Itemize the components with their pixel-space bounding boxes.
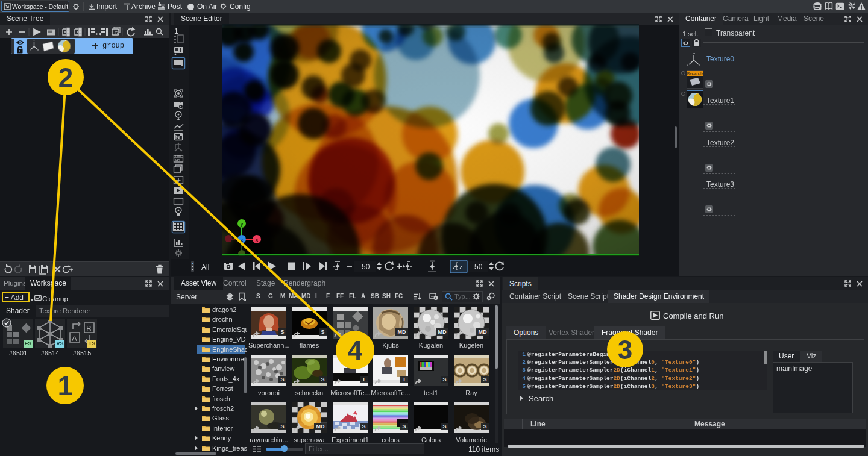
svg-text:X: X xyxy=(698,63,700,67)
svg-text:y: y xyxy=(240,221,243,227)
svg-text:Z: Z xyxy=(687,63,689,67)
svg-text:HS: HS xyxy=(175,158,180,162)
svg-text:Y: Y xyxy=(693,53,696,56)
svg-text:i: i xyxy=(435,296,436,301)
svg-text:A: A xyxy=(72,334,77,343)
svg-text:50: 50 xyxy=(474,263,483,271)
svg-text:X: X xyxy=(37,49,39,52)
svg-text:All: All xyxy=(201,263,209,272)
svg-text:Y: Y xyxy=(33,40,35,43)
svg-text:50: 50 xyxy=(362,263,370,271)
svg-text:Z: Z xyxy=(30,49,31,52)
svg-text:x: x xyxy=(255,237,258,243)
svg-text:G: G xyxy=(115,31,118,35)
svg-text:z: z xyxy=(459,264,462,270)
svg-text:B: B xyxy=(86,324,92,333)
svg-text:z: z xyxy=(241,237,244,243)
